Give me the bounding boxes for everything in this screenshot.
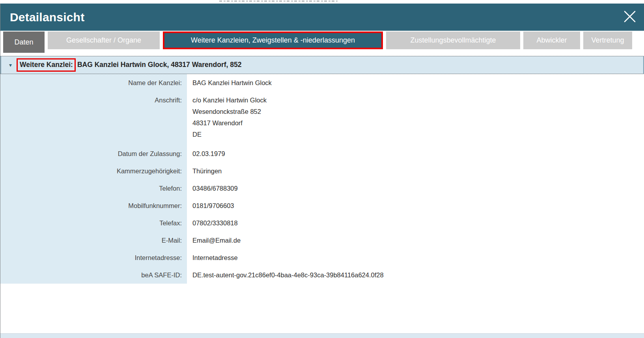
address-line-2: Wesendonckstraße 852 (192, 106, 644, 117)
accordion-summary: BAG Kanzlei Hartwin Glock, 48317 Warendo… (77, 61, 242, 69)
field-row-internetadresse: Internetadresse: Internetadresse (0, 249, 644, 266)
dialog-titlebar: Detailansicht (0, 4, 644, 31)
field-value: Thüringen (187, 162, 644, 180)
field-label: Telefax: (0, 214, 187, 232)
close-button[interactable] (621, 9, 638, 26)
tab-abwickler[interactable]: Abwickler (523, 32, 580, 49)
field-value: DE.test-autent-gov.21c86ef0-4baa-4e8c-93… (187, 266, 644, 284)
address-line-3: 48317 Warendorf (192, 117, 644, 129)
address-line-1: c/o Kanzlei Hartwin Glock (192, 95, 644, 106)
field-row-bea-safe-id: beA SAFE-ID: DE.test-autent-gov.21c86ef0… (0, 266, 644, 284)
field-value: 02.03.1979 (187, 145, 644, 162)
field-value: BAG Kanzlei Hartwin Glock (187, 74, 644, 91)
field-row-anschrift: Anschrift: c/o Kanzlei Hartwin Glock Wes… (0, 91, 644, 145)
field-row-datum-der-zulassung: Datum der Zulassung: 02.03.1979 (0, 145, 644, 162)
field-label: Telefon: (0, 180, 187, 197)
detail-fields: Name der Kanzlei: BAG Kanzlei Hartwin Gl… (0, 74, 644, 284)
close-icon (623, 10, 637, 24)
chevron-down-icon: ▾ (9, 62, 12, 68)
field-value: 03486/6788309 (187, 180, 644, 197)
tab-bar: Daten Gesellschafter / Organe Weitere Ka… (0, 31, 644, 53)
detail-view-screen: Detailansicht Daten Gesellschafter / Org… (0, 0, 644, 338)
detail-dialog: Detailansicht Daten Gesellschafter / Org… (0, 4, 644, 338)
accordion-label: Weitere Kanzlei: (20, 61, 73, 69)
accordion-header-weitere-kanzlei[interactable]: ▾ Weitere Kanzlei:BAG Kanzlei Hartwin Gl… (0, 56, 644, 74)
tab-zustellungsbevollmaechtigte[interactable]: Zustellungsbevollmächtigte (386, 32, 520, 49)
field-label: Kammerzugehörigkeit: (0, 162, 187, 180)
field-label: Internetadresse: (0, 249, 187, 266)
field-row-telefon: Telefon: 03486/6788309 (0, 180, 644, 197)
dialog-title: Detailansicht (10, 11, 84, 24)
field-row-email: E-Mail: Email@Email.de (0, 232, 644, 249)
field-row-mobilfunknummer: Mobilfunknummer: 0181/9706603 (0, 197, 644, 214)
field-label: Datum der Zulassung: (0, 145, 187, 162)
field-row-telefax: Telefax: 07802/3330818 (0, 214, 644, 232)
address-line-4: DE (192, 129, 644, 140)
field-row-kammerzugehoerigkeit: Kammerzugehörigkeit: Thüringen (0, 162, 644, 180)
field-row-name-der-kanzlei: Name der Kanzlei: BAG Kanzlei Hartwin Gl… (0, 74, 644, 91)
tab-vertretung[interactable]: Vertretung (583, 32, 632, 49)
field-value-address: c/o Kanzlei Hartwin Glock Wesendonckstra… (187, 91, 644, 145)
tab-daten[interactable]: Daten (3, 32, 45, 53)
field-label: Mobilfunknummer: (0, 197, 187, 214)
field-value: 07802/3330818 (187, 214, 644, 232)
field-value: Email@Email.de (187, 232, 644, 249)
background-page-sliver (0, 0, 644, 4)
clipped-background-text (219, 0, 338, 2)
field-label: Anschrift: (0, 91, 187, 145)
highlight-annotation: Weitere Kanzlei: (17, 58, 76, 72)
field-label: Name der Kanzlei: (0, 74, 187, 91)
field-value: Internetadresse (187, 249, 644, 266)
field-label: beA SAFE-ID: (0, 266, 187, 284)
bottom-strip (0, 333, 644, 338)
tab-weitere-kanzleien[interactable]: Weitere Kanzleien, Zweigstellen & -niede… (163, 32, 383, 49)
field-value: 0181/9706603 (187, 197, 644, 214)
field-label: E-Mail: (0, 232, 187, 249)
tab-gesellschafter-organe[interactable]: Gesellschafter / Organe (48, 32, 160, 49)
